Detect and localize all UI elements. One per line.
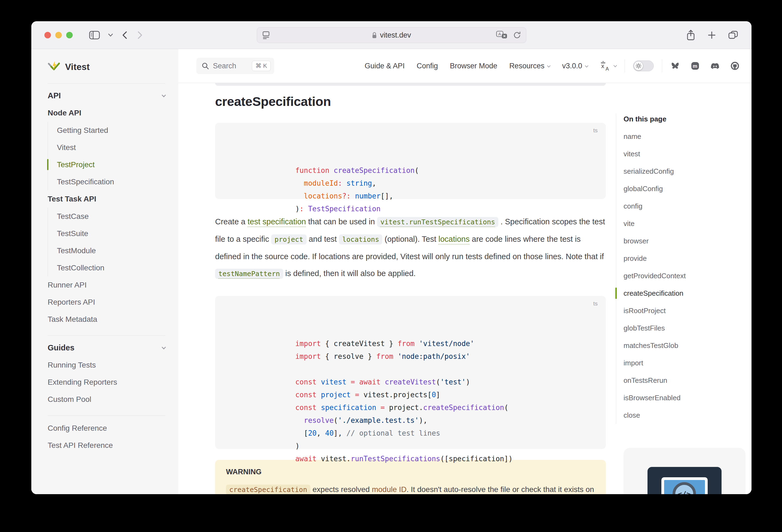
toc-item-label: name xyxy=(624,132,641,141)
sidebar-menu-button[interactable] xyxy=(108,34,113,37)
text-segment: (optional). Test xyxy=(382,235,438,243)
browser-window: vitest.dev A xyxy=(31,21,751,494)
sidebar-item[interactable]: Getting Started xyxy=(57,122,165,139)
code-token: ( xyxy=(415,166,419,175)
sidebar-item[interactable]: Reporters API xyxy=(48,293,165,311)
sidebar-item[interactable]: TestCollection xyxy=(57,259,165,276)
toc-item-label: provide xyxy=(624,254,647,263)
toc-item[interactable]: vitest xyxy=(624,145,747,163)
sidebar-item[interactable]: Running Tests xyxy=(48,356,165,374)
nav-item[interactable]: Browser Mode xyxy=(450,62,497,70)
code-token: ) xyxy=(466,378,470,386)
text-segment: and test xyxy=(307,235,339,243)
tab-overview-button[interactable] xyxy=(728,31,739,40)
search-input[interactable]: Search ⌘ K xyxy=(196,58,274,74)
nav-item[interactable]: Resources xyxy=(509,62,550,70)
language-menu-button[interactable]: xA xyxy=(600,61,616,71)
code-token: , xyxy=(372,179,376,187)
toc-item-label: onTestsRerun xyxy=(624,376,667,385)
sponsor-card[interactable]: </> xyxy=(624,448,746,494)
toc-item[interactable]: config xyxy=(624,198,747,215)
chevron-down-icon xyxy=(108,34,113,37)
toc-item[interactable]: import xyxy=(624,354,747,371)
github-link[interactable] xyxy=(730,61,740,71)
sidebar-item[interactable]: TestSuite xyxy=(57,225,165,242)
sidebar-toggle-button[interactable] xyxy=(89,31,100,39)
theme-toggle[interactable] xyxy=(633,61,654,71)
sidebar-item[interactable]: TestProject xyxy=(57,156,165,173)
nav-item[interactable]: Guide & API xyxy=(365,62,404,70)
sidebar-item[interactable]: TestCase xyxy=(57,208,165,225)
code-token: ) xyxy=(295,205,299,213)
text-segment: that can be used in xyxy=(306,217,377,226)
text-segment: project xyxy=(271,235,306,245)
site-logo[interactable]: Vitest xyxy=(48,59,165,75)
toc-item[interactable]: vite xyxy=(624,215,747,232)
github-icon xyxy=(730,61,740,71)
code-token: ] xyxy=(436,391,440,399)
minimize-window-button[interactable] xyxy=(55,32,62,38)
sidebar-item[interactable]: Custom Pool xyxy=(48,391,165,408)
address-bar[interactable]: vitest.dev A xyxy=(257,27,526,43)
code-token: TestSpecification xyxy=(308,205,380,213)
sidebar-section-guides[interactable]: Guides xyxy=(48,339,165,356)
toc-item[interactable]: browser xyxy=(624,232,747,250)
forward-button[interactable] xyxy=(136,31,143,39)
code-token: string xyxy=(346,179,372,187)
sidebar-item[interactable]: TestModule xyxy=(57,242,165,259)
zoom-window-button[interactable] xyxy=(66,32,73,38)
code-block-signature[interactable]: ts function createSpecification( moduleI… xyxy=(215,123,606,199)
code-token: ?: xyxy=(342,192,351,200)
toc-item[interactable]: isRootProject xyxy=(624,302,747,319)
svg-text:m: m xyxy=(693,63,697,69)
toc-item[interactable]: close xyxy=(624,406,747,424)
nav-item-label: Browser Mode xyxy=(450,62,497,70)
code-token: , xyxy=(317,429,325,437)
sidebar-item[interactable]: Extending Reporters xyxy=(48,374,165,391)
text-segment: testNamePattern xyxy=(215,269,283,279)
code-token xyxy=(317,403,321,412)
toc-item-label: config xyxy=(624,202,642,210)
code-token: from xyxy=(397,340,415,348)
toc-item[interactable]: serializedConfig xyxy=(624,163,747,180)
discord-link[interactable] xyxy=(710,61,720,71)
reload-button[interactable] xyxy=(513,31,521,39)
toc-item[interactable]: isBrowserEnabled xyxy=(624,389,747,406)
toc-item[interactable]: provide xyxy=(624,250,747,267)
bluesky-link[interactable] xyxy=(670,62,680,70)
warning-title: WARNING xyxy=(226,467,595,476)
toc-item[interactable]: globalConfig xyxy=(624,180,747,198)
sidebar-bottom-links: Config ReferenceTest API Reference xyxy=(48,420,165,454)
sidebar-toggle-icon xyxy=(89,31,100,39)
sidebar-item[interactable]: Task Metadata xyxy=(48,311,165,328)
sidebar-item[interactable]: Runner API xyxy=(48,276,165,293)
main-content: createSpecification ts function createSp… xyxy=(178,83,751,494)
toc-item[interactable]: globTestFiles xyxy=(624,319,747,337)
code-token xyxy=(393,352,398,360)
nav-item[interactable]: Config xyxy=(417,62,438,70)
new-tab-button[interactable] xyxy=(707,31,716,39)
sidebar-item[interactable]: Test API Reference xyxy=(48,437,165,454)
toc-item[interactable]: matchesTestGlob xyxy=(624,337,747,354)
toc-item[interactable]: onTestsRerun xyxy=(624,371,747,389)
back-button[interactable] xyxy=(121,31,128,39)
sidebar-item[interactable]: Config Reference xyxy=(48,420,165,437)
share-button[interactable] xyxy=(686,29,696,41)
previous-code-block-edge xyxy=(215,83,606,86)
translate-page-button[interactable]: A xyxy=(496,31,507,39)
code-content: function createSpecification( moduleId: … xyxy=(227,139,594,190)
sidebar-item[interactable]: TestSpecification xyxy=(57,173,165,190)
reader-icon[interactable] xyxy=(262,31,270,39)
sidebar-item[interactable]: Vitest xyxy=(57,139,165,156)
toc-item[interactable]: getProvidedContext xyxy=(624,267,747,285)
toc-item[interactable]: createSpecification xyxy=(624,285,747,302)
nav-item[interactable]: v3.0.0 xyxy=(562,62,588,70)
close-window-button[interactable] xyxy=(44,32,51,38)
sun-icon xyxy=(636,63,641,69)
desktop-background: vitest.dev A xyxy=(0,0,782,532)
toc-item[interactable]: name xyxy=(624,128,747,145)
code-block-example[interactable]: ts import { createVitest } from 'vitest/… xyxy=(215,296,606,449)
sidebar-section-api[interactable]: API xyxy=(48,87,165,104)
sidebar-heading-node-api: Node API xyxy=(48,104,165,122)
mastodon-link[interactable]: m xyxy=(690,61,700,71)
